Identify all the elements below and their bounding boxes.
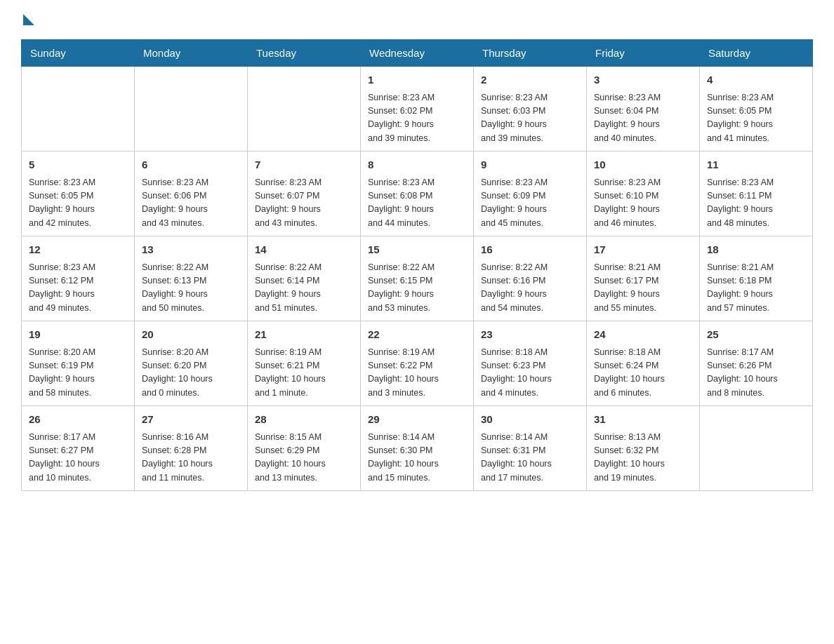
day-info: Sunrise: 8:13 AM Sunset: 6:32 PM Dayligh… [594, 431, 692, 485]
calendar-cell: 27Sunrise: 8:16 AM Sunset: 6:28 PM Dayli… [135, 406, 248, 491]
calendar-cell [700, 406, 813, 491]
day-number: 17 [594, 242, 692, 258]
day-number: 16 [481, 242, 579, 258]
calendar-cell [22, 67, 135, 152]
day-number: 21 [255, 327, 353, 343]
day-info: Sunrise: 8:22 AM Sunset: 6:16 PM Dayligh… [481, 261, 579, 316]
calendar-cell: 3Sunrise: 8:23 AM Sunset: 6:04 PM Daylig… [587, 67, 700, 152]
day-number: 13 [142, 242, 240, 258]
day-info: Sunrise: 8:23 AM Sunset: 6:07 PM Dayligh… [255, 176, 353, 231]
day-number: 23 [481, 327, 579, 343]
calendar-week-row: 1Sunrise: 8:23 AM Sunset: 6:02 PM Daylig… [22, 67, 813, 152]
day-number: 9 [481, 157, 579, 173]
calendar-cell: 9Sunrise: 8:23 AM Sunset: 6:09 PM Daylig… [474, 152, 587, 236]
calendar-cell: 24Sunrise: 8:18 AM Sunset: 6:24 PM Dayli… [587, 321, 700, 406]
day-number: 19 [29, 327, 127, 343]
calendar-cell: 5Sunrise: 8:23 AM Sunset: 6:05 PM Daylig… [22, 152, 135, 236]
day-number: 7 [255, 157, 353, 173]
day-info: Sunrise: 8:18 AM Sunset: 6:24 PM Dayligh… [594, 346, 692, 401]
day-number: 30 [481, 412, 579, 428]
day-info: Sunrise: 8:23 AM Sunset: 6:05 PM Dayligh… [29, 176, 127, 231]
calendar-cell: 18Sunrise: 8:21 AM Sunset: 6:18 PM Dayli… [700, 236, 813, 321]
day-number: 3 [594, 72, 692, 88]
day-info: Sunrise: 8:22 AM Sunset: 6:15 PM Dayligh… [368, 261, 466, 316]
day-number: 31 [594, 412, 692, 428]
day-info: Sunrise: 8:14 AM Sunset: 6:30 PM Dayligh… [368, 431, 466, 485]
calendar-table: Sunday Monday Tuesday Wednesday Thursday… [21, 39, 813, 491]
calendar-cell: 11Sunrise: 8:23 AM Sunset: 6:11 PM Dayli… [700, 152, 813, 236]
calendar-cell [135, 67, 248, 152]
day-number: 1 [368, 72, 466, 88]
day-info: Sunrise: 8:17 AM Sunset: 6:26 PM Dayligh… [707, 346, 805, 401]
header-saturday: Saturday [700, 40, 813, 67]
day-info: Sunrise: 8:23 AM Sunset: 6:12 PM Dayligh… [29, 261, 127, 316]
calendar-cell: 19Sunrise: 8:20 AM Sunset: 6:19 PM Dayli… [22, 321, 135, 406]
calendar-cell: 26Sunrise: 8:17 AM Sunset: 6:27 PM Dayli… [22, 406, 135, 491]
header-wednesday: Wednesday [361, 40, 474, 67]
calendar-cell: 16Sunrise: 8:22 AM Sunset: 6:16 PM Dayli… [474, 236, 587, 321]
day-info: Sunrise: 8:17 AM Sunset: 6:27 PM Dayligh… [29, 431, 127, 485]
logo-triangle-icon [23, 14, 34, 25]
day-number: 24 [594, 327, 692, 343]
day-info: Sunrise: 8:23 AM Sunset: 6:08 PM Dayligh… [368, 176, 466, 231]
day-info: Sunrise: 8:23 AM Sunset: 6:10 PM Dayligh… [594, 176, 692, 231]
day-number: 20 [142, 327, 240, 343]
day-number: 28 [255, 412, 353, 428]
calendar-cell: 15Sunrise: 8:22 AM Sunset: 6:15 PM Dayli… [361, 236, 474, 321]
calendar-cell: 31Sunrise: 8:13 AM Sunset: 6:32 PM Dayli… [587, 406, 700, 491]
day-info: Sunrise: 8:19 AM Sunset: 6:22 PM Dayligh… [368, 346, 466, 401]
day-info: Sunrise: 8:22 AM Sunset: 6:14 PM Dayligh… [255, 261, 353, 316]
calendar-cell: 21Sunrise: 8:19 AM Sunset: 6:21 PM Dayli… [248, 321, 361, 406]
header-monday: Monday [135, 40, 248, 67]
calendar-cell: 8Sunrise: 8:23 AM Sunset: 6:08 PM Daylig… [361, 152, 474, 236]
day-info: Sunrise: 8:23 AM Sunset: 6:06 PM Dayligh… [142, 176, 240, 231]
header [21, 14, 813, 25]
calendar-cell: 22Sunrise: 8:19 AM Sunset: 6:22 PM Dayli… [361, 321, 474, 406]
calendar-cell: 20Sunrise: 8:20 AM Sunset: 6:20 PM Dayli… [135, 321, 248, 406]
day-info: Sunrise: 8:21 AM Sunset: 6:17 PM Dayligh… [594, 261, 692, 316]
calendar-cell: 25Sunrise: 8:17 AM Sunset: 6:26 PM Dayli… [700, 321, 813, 406]
page: Sunday Monday Tuesday Wednesday Thursday… [0, 0, 834, 505]
day-info: Sunrise: 8:20 AM Sunset: 6:19 PM Dayligh… [29, 346, 127, 401]
day-info: Sunrise: 8:23 AM Sunset: 6:09 PM Dayligh… [481, 176, 579, 231]
calendar-cell: 30Sunrise: 8:14 AM Sunset: 6:31 PM Dayli… [474, 406, 587, 491]
day-number: 12 [29, 242, 127, 258]
day-info: Sunrise: 8:14 AM Sunset: 6:31 PM Dayligh… [481, 431, 579, 485]
header-tuesday: Tuesday [248, 40, 361, 67]
day-info: Sunrise: 8:23 AM Sunset: 6:02 PM Dayligh… [368, 91, 466, 146]
day-number: 29 [368, 412, 466, 428]
calendar-week-row: 19Sunrise: 8:20 AM Sunset: 6:19 PM Dayli… [22, 321, 813, 406]
calendar-cell: 2Sunrise: 8:23 AM Sunset: 6:03 PM Daylig… [474, 67, 587, 152]
day-info: Sunrise: 8:15 AM Sunset: 6:29 PM Dayligh… [255, 431, 353, 485]
day-info: Sunrise: 8:16 AM Sunset: 6:28 PM Dayligh… [142, 431, 240, 485]
day-number: 8 [368, 157, 466, 173]
calendar-cell: 10Sunrise: 8:23 AM Sunset: 6:10 PM Dayli… [587, 152, 700, 236]
calendar-week-row: 5Sunrise: 8:23 AM Sunset: 6:05 PM Daylig… [22, 152, 813, 236]
calendar-week-row: 26Sunrise: 8:17 AM Sunset: 6:27 PM Dayli… [22, 406, 813, 491]
calendar-cell: 4Sunrise: 8:23 AM Sunset: 6:05 PM Daylig… [700, 67, 813, 152]
day-number: 25 [707, 327, 805, 343]
day-number: 2 [481, 72, 579, 88]
calendar-cell: 7Sunrise: 8:23 AM Sunset: 6:07 PM Daylig… [248, 152, 361, 236]
day-number: 15 [368, 242, 466, 258]
day-number: 5 [29, 157, 127, 173]
calendar-cell: 14Sunrise: 8:22 AM Sunset: 6:14 PM Dayli… [248, 236, 361, 321]
header-thursday: Thursday [474, 40, 587, 67]
calendar-week-row: 12Sunrise: 8:23 AM Sunset: 6:12 PM Dayli… [22, 236, 813, 321]
day-info: Sunrise: 8:20 AM Sunset: 6:20 PM Dayligh… [142, 346, 240, 401]
day-number: 6 [142, 157, 240, 173]
logo [21, 14, 34, 25]
day-number: 10 [594, 157, 692, 173]
day-number: 4 [707, 72, 805, 88]
calendar-cell: 13Sunrise: 8:22 AM Sunset: 6:13 PM Dayli… [135, 236, 248, 321]
day-info: Sunrise: 8:21 AM Sunset: 6:18 PM Dayligh… [707, 261, 805, 316]
day-info: Sunrise: 8:23 AM Sunset: 6:03 PM Dayligh… [481, 91, 579, 146]
day-info: Sunrise: 8:19 AM Sunset: 6:21 PM Dayligh… [255, 346, 353, 401]
day-info: Sunrise: 8:22 AM Sunset: 6:13 PM Dayligh… [142, 261, 240, 316]
day-info: Sunrise: 8:23 AM Sunset: 6:04 PM Dayligh… [594, 91, 692, 146]
day-number: 11 [707, 157, 805, 173]
day-info: Sunrise: 8:18 AM Sunset: 6:23 PM Dayligh… [481, 346, 579, 401]
calendar-cell: 6Sunrise: 8:23 AM Sunset: 6:06 PM Daylig… [135, 152, 248, 236]
calendar-cell: 1Sunrise: 8:23 AM Sunset: 6:02 PM Daylig… [361, 67, 474, 152]
day-number: 27 [142, 412, 240, 428]
